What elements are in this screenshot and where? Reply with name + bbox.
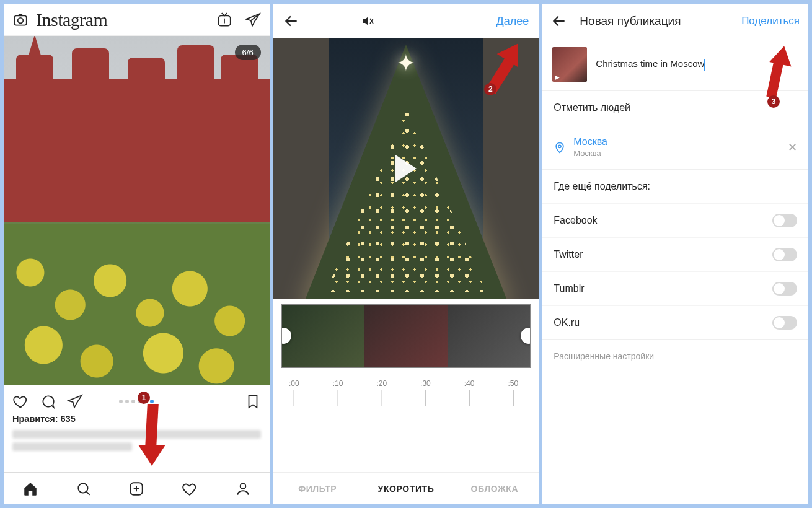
- camera-icon[interactable]: [12, 12, 29, 28]
- nav-activity-icon[interactable]: [182, 481, 198, 497]
- nav-search-icon[interactable]: [76, 481, 92, 497]
- share-button[interactable]: Поделиться: [741, 15, 800, 27]
- caption-row: Christmas time in Moscow: [542, 38, 808, 90]
- annotation-badge-3: 3: [767, 95, 780, 108]
- back-arrow-icon[interactable]: [551, 13, 567, 29]
- tab-filter[interactable]: ФИЛЬТР: [273, 473, 362, 504]
- post-thumbnail[interactable]: [552, 47, 587, 82]
- page-title: Новая публикация: [580, 14, 681, 28]
- timeline-frame: [364, 305, 448, 367]
- mute-icon[interactable]: [360, 14, 375, 28]
- phone-2-trim: Далее ✦ :00 :10 :20 :30 :40 :50 ФИЛЬТР У…: [273, 4, 539, 504]
- trim-timeline[interactable]: [281, 304, 532, 368]
- tab-trim[interactable]: УКОРОТИТЬ: [362, 473, 451, 504]
- next-button[interactable]: Далее: [496, 15, 529, 28]
- svg-point-3: [78, 483, 87, 493]
- toggle-twitter[interactable]: [772, 248, 797, 261]
- play-icon[interactable]: [395, 155, 417, 182]
- feed-post-image[interactable]: 6/6: [4, 36, 270, 385]
- toggle-tumblr[interactable]: [772, 282, 797, 296]
- caption-text: Christmas time in Moscow: [596, 58, 704, 69]
- timeline-frame: [282, 305, 365, 367]
- tab-cover[interactable]: ОБЛОЖКА: [450, 473, 539, 504]
- share-target-label: Twitter: [554, 249, 583, 260]
- share-target-label: OK.ru: [554, 317, 580, 328]
- time-ruler: :00 :10 :20 :30 :40 :50: [285, 379, 528, 416]
- share-target-tumblr[interactable]: Tumblr: [542, 271, 808, 305]
- nav-home-icon[interactable]: [22, 481, 38, 497]
- ruler-tick-label: :20: [376, 379, 387, 388]
- svg-point-1: [18, 17, 24, 23]
- location-name: Москва: [573, 136, 607, 147]
- likes-count[interactable]: Нравится: 635: [4, 414, 270, 427]
- back-arrow-icon[interactable]: [283, 13, 299, 29]
- advanced-settings-label: Расширенные настройки: [554, 351, 654, 361]
- bottom-nav: [4, 472, 270, 504]
- svg-point-6: [558, 145, 561, 147]
- clear-location-icon[interactable]: ✕: [788, 141, 797, 154]
- ruler-tick-label: :10: [333, 379, 343, 388]
- nav-add-icon[interactable]: [128, 481, 144, 497]
- share-target-facebook[interactable]: Facebook: [542, 203, 808, 237]
- share-target-label: Facebook: [554, 215, 597, 226]
- share-icon[interactable]: [67, 393, 83, 409]
- advanced-settings-row[interactable]: Расширенные настройки: [542, 339, 808, 372]
- location-pin-icon: [554, 141, 566, 154]
- caption-line-1: [12, 430, 261, 439]
- save-icon[interactable]: [245, 393, 261, 409]
- share-elsewhere-title-row: Где ещё поделиться:: [542, 169, 808, 203]
- nav-profile-icon[interactable]: [235, 481, 251, 497]
- location-row[interactable]: Москва Москва ✕: [542, 125, 808, 169]
- post-action-bar: [4, 385, 270, 414]
- tag-people-label: Отметить людей: [554, 102, 630, 113]
- ruler-tick-label: :00: [289, 379, 299, 388]
- share-target-label: Tumblr: [554, 283, 584, 294]
- svg-rect-0: [14, 15, 27, 25]
- caption-line-2: [12, 442, 132, 451]
- feed-header: Instagram: [4, 4, 270, 36]
- ruler-tick-label: :50: [508, 379, 518, 388]
- edit-tabs: ФИЛЬТР УКОРОТИТЬ ОБЛОЖКА: [273, 472, 539, 504]
- toggle-facebook[interactable]: [772, 214, 797, 227]
- trim-header: Далее: [273, 4, 539, 38]
- comment-icon[interactable]: [40, 393, 56, 409]
- caption-input[interactable]: Christmas time in Moscow: [596, 58, 798, 70]
- phone-1-feed: Instagram 6/6: [4, 4, 270, 504]
- ruler-tick-label: :40: [464, 379, 475, 388]
- instagram-wordmark: Instagram: [36, 9, 204, 30]
- like-icon[interactable]: [12, 393, 29, 409]
- svg-point-5: [240, 483, 245, 489]
- ruler-tick-label: :30: [420, 379, 431, 388]
- toggle-okru[interactable]: [772, 316, 797, 330]
- share-section-title: Где ещё поделиться:: [554, 181, 650, 192]
- tree-star-icon: ✦: [396, 50, 416, 77]
- location-subtitle: Москва: [573, 149, 607, 158]
- timeline-frame: [448, 305, 531, 367]
- carousel-counter: 6/6: [235, 45, 261, 60]
- annotation-badge-1: 1: [138, 392, 150, 404]
- igtv-icon[interactable]: [216, 12, 232, 28]
- direct-icon[interactable]: [245, 12, 261, 28]
- phone-3-new-post: Новая публикация Поделиться Christmas ti…: [542, 4, 808, 504]
- new-post-header: Новая публикация Поделиться: [542, 4, 808, 38]
- share-target-twitter[interactable]: Twitter: [542, 237, 808, 271]
- share-target-okru[interactable]: OK.ru: [542, 305, 808, 339]
